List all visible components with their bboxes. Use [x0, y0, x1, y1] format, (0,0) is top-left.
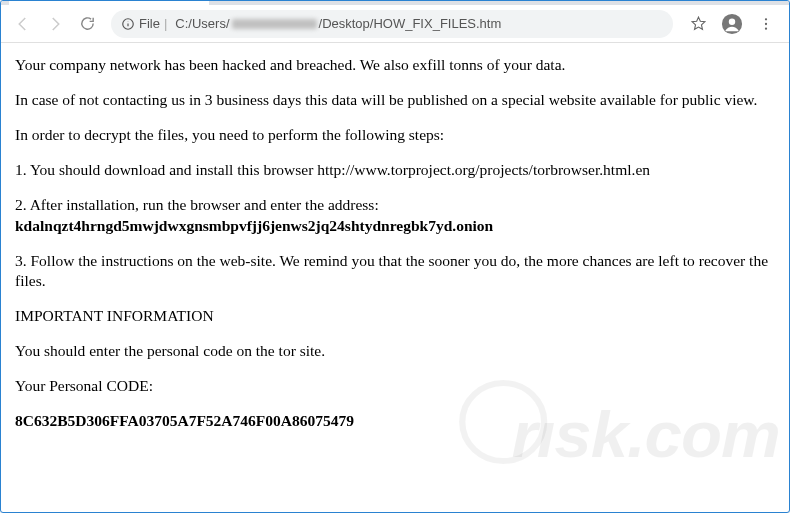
para-step2: 2. After installation, run the browser a…	[15, 195, 775, 237]
address-bar[interactable]: File | C:/Users/ /Desktop/HOW_FIX_FILES.…	[111, 10, 673, 38]
svg-point-7	[765, 27, 767, 29]
divider: |	[164, 16, 167, 31]
url-scheme: File	[139, 16, 160, 31]
para-step1: 1. You should download and install this …	[15, 160, 775, 181]
close-button[interactable]	[744, 0, 789, 1]
step2-text: 2. After installation, run the browser a…	[15, 196, 379, 213]
url-part1: C:/Users/	[175, 16, 229, 31]
new-tab-button[interactable]	[215, 0, 243, 3]
maximize-button[interactable]	[699, 0, 744, 1]
forward-button[interactable]	[41, 10, 69, 38]
profile-avatar-icon[interactable]	[717, 9, 747, 39]
back-button[interactable]	[9, 10, 37, 38]
minimize-button[interactable]	[654, 0, 699, 1]
para-deadline: In case of not contacting us in 3 busine…	[15, 90, 775, 111]
para-important-heading: IMPORTANT INFORMATION	[15, 306, 775, 327]
personal-code: 8C632B5D306FFA03705A7F52A746F00A86075479	[15, 411, 775, 432]
para-steps-intro: In order to decrypt the files, you need …	[15, 125, 775, 146]
reload-button[interactable]	[73, 10, 101, 38]
para-breach: Your company network has been hacked and…	[15, 55, 775, 76]
browser-tab[interactable]: HOW_FIX_FILES.htm	[9, 0, 209, 5]
url-part2: /Desktop/HOW_FIX_FILES.htm	[319, 16, 502, 31]
para-personal-code-instruction: You should enter the personal code on th…	[15, 341, 775, 362]
tab-bar: HOW_FIX_FILES.htm	[1, 0, 789, 5]
url-redacted	[232, 19, 317, 29]
page-content: Your company network has been hacked and…	[1, 43, 789, 482]
svg-point-5	[765, 18, 767, 20]
para-code-label: Your Personal CODE:	[15, 376, 775, 397]
svg-point-4	[729, 18, 735, 24]
kebab-menu-icon[interactable]	[751, 9, 781, 39]
window-controls	[654, 0, 789, 1]
browser-window: HOW_FIX_FILES.htm	[0, 0, 790, 513]
onion-address: kdalnqzt4hrngd5mwjdwxgnsmbpvfjj6jenws2jq…	[15, 217, 493, 234]
bookmark-star-icon[interactable]	[683, 9, 713, 39]
svg-point-6	[765, 22, 767, 24]
browser-toolbar: File | C:/Users/ /Desktop/HOW_FIX_FILES.…	[1, 5, 789, 43]
url-info-icon[interactable]: File |	[121, 16, 175, 31]
para-step3: 3. Follow the instructions on the web-si…	[15, 251, 775, 293]
